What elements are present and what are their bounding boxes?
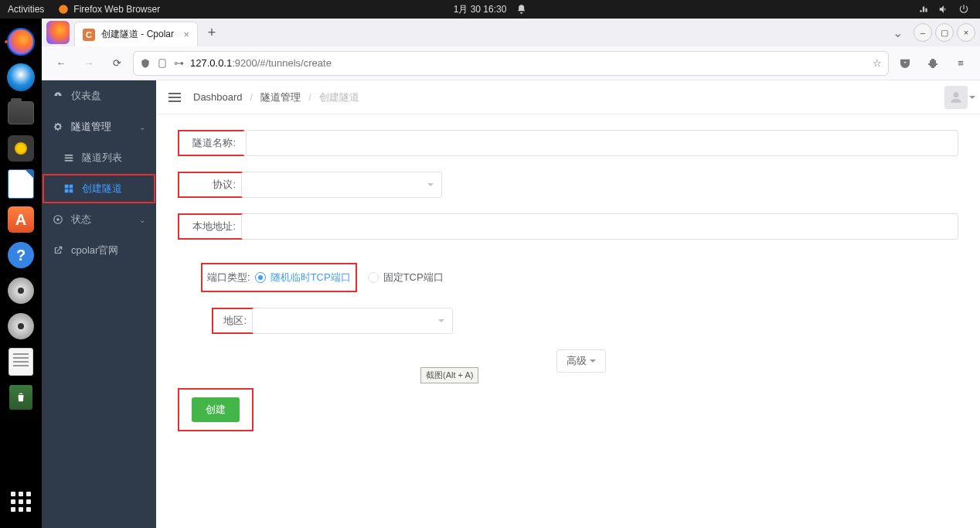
svg-rect-5 bbox=[65, 185, 69, 189]
svg-point-0 bbox=[60, 5, 69, 14]
dock-help[interactable]: ? bbox=[4, 238, 38, 272]
music-icon bbox=[8, 135, 34, 162]
radio-fixed-port[interactable]: 固定TCP端口 bbox=[368, 271, 444, 284]
bell-icon[interactable] bbox=[516, 4, 526, 15]
svg-rect-2 bbox=[65, 155, 73, 156]
page-icon bbox=[157, 58, 168, 69]
main-area: Dashboard / 隧道管理 / 创建隧道 隧道名称: svn svn bbox=[156, 80, 980, 528]
nav-status[interactable]: 状态 ⌄ bbox=[42, 204, 156, 235]
nav-forward-button[interactable]: → bbox=[77, 52, 100, 75]
breadcrumb-dashboard[interactable]: Dashboard bbox=[193, 91, 243, 103]
nav-back-button[interactable]: ← bbox=[49, 52, 73, 75]
dock-trash[interactable] bbox=[4, 380, 38, 414]
create-button[interactable]: 创建 bbox=[192, 397, 240, 422]
svg-rect-3 bbox=[65, 157, 73, 158]
dock-text[interactable] bbox=[4, 345, 38, 379]
select-region[interactable]: China VIP bbox=[252, 308, 453, 334]
url-path: :9200/#/tunnels/create bbox=[232, 57, 332, 69]
url-input[interactable]: ⊶ 127.0.0.1:9200/#/tunnels/create ☆ bbox=[133, 51, 889, 76]
radio-icon bbox=[368, 272, 379, 283]
input-local-addr[interactable]: 3690 bbox=[241, 213, 958, 240]
label-protocol: 协议: bbox=[182, 178, 243, 192]
nav-tunnel-mgr[interactable]: 隧道管理 ⌄ bbox=[42, 111, 156, 142]
url-bar-row: ← → ⟳ ⊶ 127.0.0.1:9200/#/tunnels/create … bbox=[42, 46, 980, 80]
select-protocol[interactable]: tcp bbox=[241, 172, 442, 198]
chevron-down-icon: ⌄ bbox=[139, 123, 145, 131]
network-icon[interactable] bbox=[918, 4, 929, 15]
browser-tab[interactable]: C 创建隧道 - Cpolar × bbox=[74, 22, 198, 46]
nav-status-label: 状态 bbox=[71, 213, 91, 227]
radio-fixed-label: 固定TCP端口 bbox=[383, 271, 444, 284]
software-icon: A bbox=[8, 206, 34, 233]
app-menu-icon[interactable]: ≡ bbox=[949, 52, 972, 75]
files-icon bbox=[8, 101, 34, 124]
tabs-dropdown-icon[interactable]: ⌄ bbox=[893, 26, 903, 40]
nav-cpolar-site-label: cpolar官网 bbox=[71, 244, 118, 257]
nav-tunnel-list-label: 隧道列表 bbox=[82, 151, 122, 165]
nav-tunnel-list[interactable]: 隧道列表 bbox=[42, 142, 156, 173]
dock-software[interactable]: A bbox=[4, 203, 38, 237]
window-maximize[interactable]: ▢ bbox=[935, 23, 954, 42]
firefox-small-icon bbox=[58, 4, 69, 15]
writer-icon bbox=[8, 169, 34, 199]
breadcrumb-create: 创建隧道 bbox=[319, 90, 359, 104]
clock[interactable]: 1月 30 16:30 bbox=[454, 3, 507, 16]
dock-thunderbird[interactable] bbox=[4, 60, 38, 94]
window-close[interactable]: × bbox=[957, 23, 975, 42]
nav-dashboard[interactable]: 仪表盘 bbox=[42, 80, 156, 111]
extensions-icon[interactable] bbox=[921, 52, 944, 75]
svg-rect-4 bbox=[65, 160, 73, 162]
gnome-top-bar: Activities Firefox Web Browser 1月 30 16:… bbox=[0, 0, 980, 19]
gear-icon bbox=[53, 121, 63, 132]
volume-icon[interactable] bbox=[938, 4, 949, 15]
row-tunnel-name: 隧道名称: svn svn bbox=[178, 130, 958, 156]
dock-apps-grid[interactable] bbox=[4, 485, 38, 519]
user-icon bbox=[948, 90, 964, 105]
firefox-icon bbox=[7, 28, 35, 56]
apps-grid-icon bbox=[11, 492, 31, 512]
grid-icon bbox=[63, 183, 74, 194]
dock-firefox[interactable] bbox=[4, 25, 38, 59]
topbar: Dashboard / 隧道管理 / 创建隧道 bbox=[156, 80, 980, 114]
svg-point-10 bbox=[56, 218, 60, 221]
dock-disc2[interactable] bbox=[4, 309, 38, 343]
collapse-sidebar-button[interactable] bbox=[168, 93, 181, 102]
input-tunnel-name[interactable]: svn bbox=[246, 130, 958, 156]
label-tunnel-name: 隧道名称: bbox=[182, 136, 243, 150]
tab-title: 创建隧道 - Cpolar bbox=[101, 28, 174, 41]
active-app-indicator[interactable]: Firefox Web Browser bbox=[58, 4, 160, 15]
side-nav: 仪表盘 隧道管理 ⌄ 隧道列表 创建隧道 状态 ⌄ cpo bbox=[42, 80, 156, 528]
nav-cpolar-site[interactable]: cpolar官网 bbox=[42, 235, 156, 266]
bookmark-star-icon[interactable]: ☆ bbox=[873, 57, 882, 69]
tab-close-button[interactable]: × bbox=[183, 29, 189, 40]
nav-reload-button[interactable]: ⟳ bbox=[105, 52, 128, 75]
breadcrumb-tunnel-mgr[interactable]: 隧道管理 bbox=[260, 90, 301, 104]
lock-icon: ⊶ bbox=[174, 57, 184, 69]
advanced-button[interactable]: 高级 bbox=[556, 349, 606, 373]
window-minimize[interactable]: – bbox=[914, 23, 932, 42]
text-editor-icon bbox=[9, 348, 33, 376]
trash-icon bbox=[9, 385, 32, 410]
thunderbird-icon bbox=[7, 63, 35, 91]
tab-strip: C 创建隧道 - Cpolar × + ⌄ – ▢ × bbox=[42, 19, 980, 46]
dock-disc1[interactable] bbox=[4, 274, 38, 308]
pocket-icon[interactable] bbox=[893, 52, 917, 75]
tab-favicon: C bbox=[83, 29, 95, 41]
radio-random-port[interactable]: 随机临时TCP端口 bbox=[255, 271, 351, 284]
label-local-addr: 本地地址: bbox=[182, 220, 243, 233]
dock-rhythmbox[interactable] bbox=[4, 131, 38, 165]
dock-libreoffice[interactable] bbox=[4, 167, 38, 201]
dock-files[interactable] bbox=[4, 96, 38, 130]
user-avatar[interactable] bbox=[944, 86, 968, 109]
new-tab-button[interactable]: + bbox=[201, 22, 223, 43]
row-local-addr: 本地地址: 3690 3690 bbox=[178, 213, 958, 240]
disc-icon bbox=[8, 278, 34, 304]
power-icon[interactable] bbox=[958, 4, 969, 15]
row-port-type: 端口类型: 随机临时TCP端口 固定TCP端口 bbox=[178, 263, 958, 292]
activities-menu[interactable]: Activities bbox=[8, 4, 44, 15]
form-area: 隧道名称: svn svn 协议: tcp tcp bbox=[156, 114, 980, 447]
nav-tunnel-create[interactable]: 创建隧道 bbox=[42, 173, 156, 204]
list-icon bbox=[63, 152, 74, 163]
label-region: 地区: bbox=[216, 314, 254, 328]
svg-rect-8 bbox=[70, 189, 73, 193]
